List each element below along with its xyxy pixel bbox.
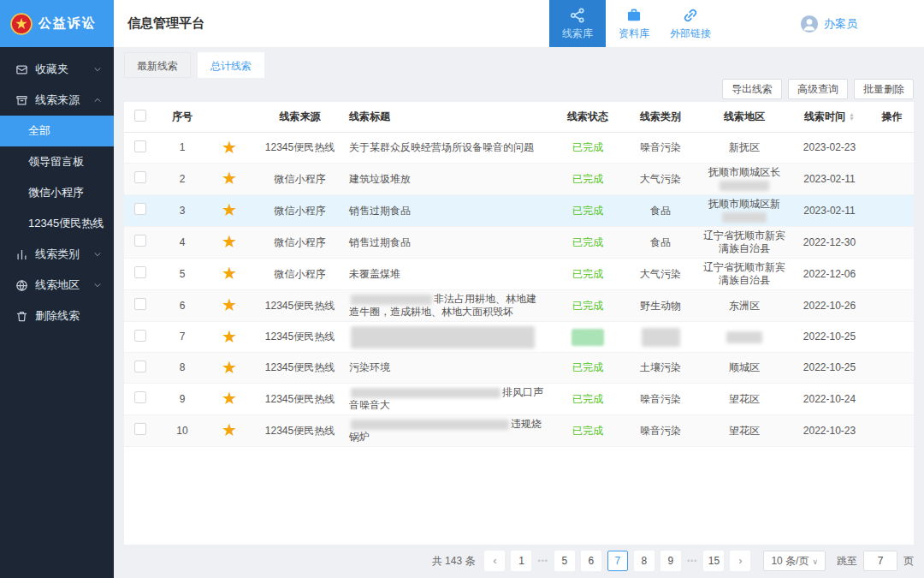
table-row[interactable]: 6★12345便民热线非法占用耕地、林地建造牛圈，造成耕地、林地大面积毁坏已完成… [124,290,914,322]
time-cell: 2022-10-23 [789,422,870,440]
serial-number: 10 [176,425,187,437]
status-label: 已完成 [572,361,603,373]
tab-最新线索[interactable]: 最新线索 [124,52,191,78]
column-header-op: 操作 [870,110,914,124]
page-ellipsis[interactable]: ••• [687,557,697,565]
nav-tab-label: 线索库 [562,27,593,41]
clue-title-text: 关于某群众反映经营场所设备噪音的问题 [349,141,534,153]
sidebar-item-线索类别[interactable]: 线索类别 [0,239,114,270]
jump-page-input[interactable] [863,551,897,571]
高级查询-button[interactable]: 高级查询 [788,79,848,99]
table-row[interactable]: 1★12345便民热线关于某群众反映经营场所设备噪音的问题已完成噪音污染新抚区2… [124,133,914,164]
user-menu[interactable]: 办案员 [800,0,857,47]
star-icon[interactable]: ★ [222,389,237,408]
status-cell: 已完成 [554,390,621,408]
star-icon[interactable]: ★ [222,358,237,377]
star-icon[interactable]: ★ [222,138,237,157]
table-row[interactable]: 7★12345便民热线2022-10-25 [124,322,914,353]
table-row[interactable]: 4★微信小程序销售过期食品已完成食品辽宁省抚顺市新宾满族自治县2022-12-3… [124,227,914,259]
page-button-7[interactable]: 7 [607,551,628,571]
row-checkbox[interactable] [134,298,146,310]
nav-tab-线索库[interactable]: 线索库 [549,0,606,47]
table-row[interactable]: 3★微信小程序销售过期食品已完成食品抚顺市顺城区新2023-02-11 [124,195,914,227]
star-icon[interactable]: ★ [222,232,237,251]
category-cell: 土壤污染 [621,359,700,377]
page-button-15[interactable]: 15 [703,551,724,571]
row-checkbox[interactable] [134,140,146,152]
page-ellipsis[interactable]: ••• [537,557,548,565]
sidebar-subitem-领导留言板[interactable]: 领导留言板 [0,146,114,177]
status-label: 已完成 [572,141,603,153]
批量删除-button[interactable]: 批量删除 [854,79,914,99]
sidebar-item-收藏夹[interactable]: 收藏夹 [0,54,114,85]
star-icon[interactable]: ★ [222,264,237,283]
row-checkbox[interactable] [134,423,146,435]
time-cell: 2023-02-11 [789,202,870,220]
tab-总计线索[interactable]: 总计线索 [198,52,264,78]
table-row[interactable]: 9★12345便民热线排风口声音噪音大已完成噪音污染望花区2022-10-24 [124,384,914,415]
title-cell: 销售过期食品 [349,202,554,220]
sidebar-item-线索地区[interactable]: 线索地区 [0,270,114,301]
导出线索-button[interactable]: 导出线索 [722,79,782,99]
sidebar-item-删除线索[interactable]: 删除线索 [0,301,114,331]
sidebar-subitem-微信小程序[interactable]: 微信小程序 [0,177,114,208]
region-cell: 辽宁省抚顺市新宾满族自治县 [700,227,789,258]
star-icon[interactable]: ★ [222,169,237,188]
nav-tab-资料库[interactable]: 资料库 [606,0,662,47]
table-row[interactable]: 10★12345便民热线违规烧锅炉已完成噪音污染望花区2022-10-23 [124,415,914,447]
time-cell: 2022-12-06 [789,265,870,283]
star-icon[interactable]: ★ [222,295,237,314]
page-size-select[interactable]: 10 条/页∨ [763,551,826,571]
status-label: 已完成 [572,205,603,217]
sort-icon[interactable]: ▲▼ [849,113,855,122]
avatar-icon [800,15,819,33]
row-checkbox[interactable] [134,203,146,215]
chevron-down-icon [93,65,102,74]
row-checkbox[interactable] [134,171,146,183]
source-cell: 微信小程序 [251,265,349,283]
row-checkbox[interactable] [134,330,146,342]
row-checkbox[interactable] [134,361,146,372]
clue-category-text: 大气污染 [640,173,681,185]
status-redacted-badge [572,329,604,346]
page-button-9[interactable]: 9 [660,551,681,571]
title-cell: 未覆盖煤堆 [349,265,554,283]
prev-page-button[interactable]: ‹ [484,551,505,571]
sidebar-item-线索来源[interactable]: 线索来源 [0,85,114,116]
page-button-5[interactable]: 5 [554,551,575,571]
column-label: 序号 [172,110,192,122]
row-checkbox[interactable] [134,235,146,247]
table-row[interactable]: 2★微信小程序建筑垃圾堆放已完成大气污染抚顺市顺城区长2023-02-11 [124,164,914,195]
row-checkbox[interactable] [134,391,146,403]
sidebar-subitem-全部[interactable]: 全部 [0,116,114,146]
table-row[interactable]: 5★微信小程序未覆盖煤堆已完成大气污染辽宁省抚顺市新宾满族自治县2022-12-… [124,259,914,290]
region-cell: 抚顺市顺城区长 [700,164,789,194]
row-checkbox[interactable] [134,266,146,278]
operation-cell [870,428,914,433]
favorite-cell: ★ [208,326,251,349]
nav-tab-外部链接[interactable]: 外部链接 [662,0,719,47]
select-all-checkbox[interactable] [134,110,146,122]
table-row[interactable]: 8★12345便民热线污染环境已完成土壤污染顺城区2022-10-25 [124,353,914,384]
source-cell: 12345便民热线 [251,139,349,157]
star-icon[interactable]: ★ [222,327,237,346]
clue-source: 微信小程序 [275,205,326,217]
favorite-cell: ★ [208,357,251,379]
clue-region-redacted-block [722,212,767,223]
app-logo[interactable]: 公益诉讼 [0,0,114,47]
status-cell: 已完成 [554,297,621,315]
clue-time: 2022-12-30 [803,236,856,248]
star-icon[interactable]: ★ [222,420,237,439]
source-cell: 微信小程序 [251,234,349,252]
sidebar-subitem-12345便民热线[interactable]: 12345便民热线 [0,208,114,239]
star-icon[interactable]: ★ [222,200,237,219]
next-page-button[interactable]: › [730,551,750,571]
region-cell: 新抚区 [700,139,789,157]
page-button-1[interactable]: 1 [511,551,531,571]
status-label: 已完成 [572,300,603,312]
serial-cell: 9 [157,390,208,408]
chevron-down-icon: ∨ [812,557,818,566]
page-button-6[interactable]: 6 [581,551,601,571]
page-button-8[interactable]: 8 [634,551,654,571]
source-cell: 微信小程序 [251,170,349,188]
